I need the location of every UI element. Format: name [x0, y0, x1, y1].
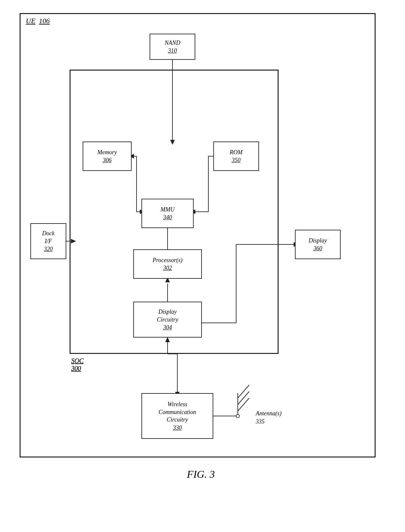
ue-number: 106 [39, 17, 50, 25]
dock-title: Dock I/F [42, 230, 55, 245]
svg-line-41 [238, 398, 249, 411]
nand-block: NAND 310 [150, 34, 195, 60]
antenna-title: Antenna(s) [256, 409, 282, 418]
processor-number: 302 [163, 265, 172, 272]
dock-block: Dock I/F 320 [30, 223, 66, 259]
svg-line-39 [238, 385, 249, 398]
mmu-block: MMU 340 [141, 199, 194, 228]
wireless-block: Wireless Communication Circuitry 330 [141, 393, 213, 439]
display-circ-number: 304 [163, 324, 172, 331]
ue-label-text: UE [26, 17, 35, 25]
soc-label-area: SOC 300 [71, 357, 84, 372]
display-circuitry-block: Display Circuitry 304 [133, 302, 202, 338]
diagram-container: UE 106 SOC 300 [20, 13, 382, 490]
rom-title: ROM [230, 149, 243, 156]
memory-title: Memory [97, 149, 117, 156]
mmu-number: 340 [163, 214, 172, 221]
memory-block: Memory 306 [83, 141, 132, 171]
soc-number2: 300 [71, 365, 81, 372]
dock-number: 320 [44, 246, 53, 253]
rom-number: 350 [232, 157, 241, 164]
wireless-title: Wireless Communication Circuitry [159, 401, 196, 424]
figure-label: FIG. 3 [187, 468, 215, 480]
antenna-number: 335 [256, 418, 282, 426]
display-ext-title: Display [309, 237, 327, 244]
display-circ-title: Display Circuitry [157, 308, 178, 324]
processor-title: Processor(s) [153, 257, 182, 264]
display-external-block: Display 360 [295, 230, 341, 259]
antenna-label: Antenna(s) 335 [256, 409, 282, 426]
svg-line-40 [238, 391, 249, 405]
svg-point-37 [236, 414, 239, 418]
nand-title: NAND [165, 39, 180, 47]
nand-number: 310 [168, 47, 177, 54]
memory-number: 306 [103, 157, 112, 164]
figure-label-text: FIG. 3 [187, 468, 215, 480]
mmu-title: MMU [161, 206, 175, 213]
processor-block: Processor(s) 302 [133, 249, 202, 279]
wireless-number: 330 [173, 424, 182, 431]
ue-label: UE 106 [26, 17, 50, 25]
soc-label-text2: SOC [71, 357, 84, 364]
ue-box: UE 106 SOC 300 [20, 13, 376, 457]
display-ext-number: 360 [314, 245, 322, 252]
rom-block: ROM 350 [213, 141, 259, 171]
